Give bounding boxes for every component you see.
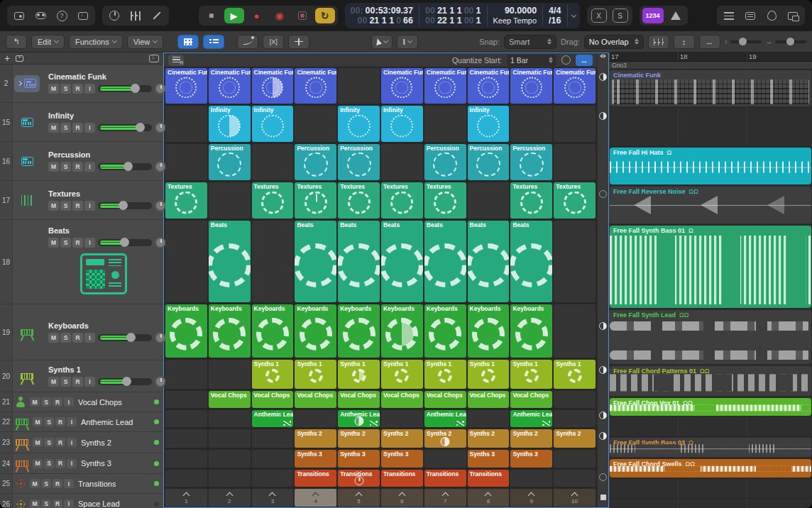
region-free-fall-chord-swells[interactable]: Free Fall Chord SwellsΩΩ	[610, 459, 811, 477]
grid-cell-synths-2-10[interactable]: Synths 2	[554, 429, 596, 448]
bar-ruler[interactable]: 17181920	[609, 53, 812, 62]
r-button[interactable]: R	[72, 162, 83, 172]
r-button[interactable]: R	[55, 438, 65, 447]
volume-thumb[interactable]	[131, 84, 140, 93]
grid-cell-infinity-8[interactable]: Infinity	[468, 106, 510, 142]
solo-mode-button[interactable]: S	[611, 8, 630, 23]
grid-cell-synths-1-2[interactable]	[209, 360, 251, 389]
grid-cell-percussion-3[interactable]	[252, 144, 294, 180]
record-button[interactable]: ●	[247, 8, 267, 23]
play-button[interactable]: ▶	[224, 8, 244, 23]
grid-cell-beats-6[interactable]: Beats	[381, 221, 423, 302]
track-on-indicator[interactable]	[154, 399, 159, 404]
grid-cell-anthemic-lead-3[interactable]: Anthemic Lead	[252, 410, 294, 427]
grid-cell-beats-10[interactable]	[554, 221, 596, 302]
grid-cell-keyboards-4[interactable]: Keyboards	[295, 304, 336, 358]
record-toggle-icon[interactable]	[292, 8, 312, 23]
grid-cell-infinity-6[interactable]: Infinity	[381, 106, 423, 142]
s-button[interactable]: S	[44, 438, 54, 447]
s-button[interactable]: S	[60, 201, 71, 211]
volume-thumb[interactable]	[119, 201, 128, 210]
grid-cell-anthemic-lead-4[interactable]	[295, 410, 336, 427]
r-button[interactable]: R	[72, 123, 83, 133]
r-button[interactable]: R	[72, 238, 83, 248]
grid-cell-textures-10[interactable]: Textures	[554, 182, 596, 219]
grid-cell-transitions-3[interactable]	[252, 470, 294, 487]
quick-help-icon[interactable]: ?	[53, 8, 71, 23]
track-header-cinematic-funk[interactable]: 2Cinematic FunkMSRI	[0, 65, 163, 103]
scene-trigger-2[interactable]: 2	[209, 489, 251, 507]
s-button[interactable]: S	[41, 479, 51, 488]
mixer-icon[interactable]	[126, 8, 145, 23]
s-button[interactable]: S	[60, 123, 71, 133]
grid-cell-synths-2-2[interactable]	[209, 429, 251, 448]
grid-cell-percussion-10[interactable]	[554, 144, 596, 180]
grid-cell-vocal-chops-3[interactable]: Vocal Chops	[252, 391, 294, 408]
scene-trigger-8[interactable]: 8	[468, 489, 510, 507]
view-menu[interactable]: View	[127, 35, 164, 49]
volume-thumb[interactable]	[136, 123, 145, 132]
pan-knob[interactable]	[155, 332, 166, 343]
grid-cell-synths-2-1[interactable]	[165, 429, 207, 448]
grid-cell-synths-3-2[interactable]	[209, 450, 251, 468]
pan-knob[interactable]	[155, 83, 166, 94]
track-header-anthemic-lead[interactable]: 22MSRIAnthemic Lead	[0, 412, 163, 432]
grid-cell-transitions-10[interactable]	[554, 470, 596, 487]
grid-cell-synths-2-5[interactable]: Synths 2	[338, 429, 380, 448]
grid-cell-synths-1-9[interactable]: Synths 1	[510, 360, 552, 389]
volume-slider[interactable]	[98, 163, 152, 170]
grid-cell-synths-3-8[interactable]: Synths 3	[468, 450, 510, 468]
track-on-indicator[interactable]	[154, 419, 159, 424]
i-button[interactable]: I	[64, 397, 74, 407]
grid-cell-synths-1-7[interactable]: Synths 1	[424, 360, 466, 389]
grid-cell-anthemic-lead-6[interactable]	[381, 410, 423, 427]
grid-cell-keyboards-3[interactable]: Keyboards	[252, 304, 294, 358]
grid-cell-synths-3-3[interactable]	[252, 450, 294, 468]
track-import-button[interactable]	[149, 55, 159, 62]
volume-slider[interactable]	[98, 202, 152, 209]
region-free-fall-chord-patterns-01[interactable]: Free Fall Chord Patterns 01ΩΩ	[610, 366, 811, 396]
row-queued-indicator-icon[interactable]	[599, 190, 607, 198]
duplicate-track-button[interactable]	[16, 55, 23, 62]
s-button[interactable]: S	[60, 377, 71, 387]
grid-cell-vocal-chops-10[interactable]	[554, 391, 596, 408]
grid-cell-synths-3-4[interactable]: Synths 3	[295, 450, 336, 468]
grid-cell-cinematic-funk-7[interactable]: Cinematic Funk	[424, 68, 466, 104]
grid-cell-beats-4[interactable]: Beats	[295, 221, 336, 302]
grid-cell-keyboards-7[interactable]: Keyboards	[424, 304, 466, 358]
m-button[interactable]: M	[33, 417, 43, 426]
track-on-indicator[interactable]	[154, 481, 159, 486]
m-button[interactable]: M	[48, 333, 59, 343]
grid-cell-transitions-1[interactable]	[165, 470, 207, 487]
grid-cell-synths-1-10[interactable]: Synths 1	[554, 360, 596, 389]
i-button[interactable]: I	[84, 377, 95, 387]
m-button[interactable]: M	[33, 438, 43, 447]
m-button[interactable]: M	[33, 459, 43, 468]
grid-cell-transitions-2[interactable]	[209, 470, 251, 487]
region-cinematic-funk[interactable]: Cinematic Funk	[610, 70, 811, 106]
track-header-space-lead[interactable]: 26MSRISpace Lead	[0, 494, 163, 508]
s-button[interactable]: S	[44, 417, 54, 426]
scene-trigger-3[interactable]: 3	[252, 489, 294, 507]
grid-cell-infinity-3[interactable]: Infinity	[252, 106, 294, 142]
track-header-textures[interactable]: 17TexturesMSRI	[0, 181, 163, 220]
horizontal-auto-zoom-icon[interactable]: ↔	[699, 35, 720, 49]
grid-cell-infinity-2[interactable]: Infinity	[209, 106, 251, 142]
region-free-fall-synth-lead[interactable]: Free Fall Synth LeadΩΩ	[610, 310, 811, 364]
inspector-icon[interactable]	[31, 8, 50, 23]
row-playing-indicator-icon[interactable]	[599, 112, 607, 120]
grid-cell-textures-1[interactable]: Textures	[165, 182, 207, 219]
s-button[interactable]: S	[60, 238, 71, 248]
tracks-view-toggle-icon[interactable]	[203, 35, 224, 49]
row-playing-indicator-icon[interactable]	[599, 366, 607, 374]
i-button[interactable]: I	[84, 84, 95, 94]
row-playing-indicator-icon[interactable]	[599, 432, 607, 440]
grid-cell-synths-2-4[interactable]: Synths 2	[295, 429, 336, 448]
grid-cell-cinematic-funk-2[interactable]: Cinematic Funk	[209, 68, 251, 104]
track-on-indicator[interactable]	[154, 461, 159, 466]
grid-cell-beats-8[interactable]: Beats	[468, 221, 510, 302]
pan-knob[interactable]	[155, 237, 166, 248]
vertical-zoom-slider[interactable]	[730, 40, 762, 43]
track-header-infinity[interactable]: 15InfinityMSRI	[0, 103, 163, 142]
vertical-auto-zoom-icon[interactable]: ↕	[674, 35, 695, 49]
